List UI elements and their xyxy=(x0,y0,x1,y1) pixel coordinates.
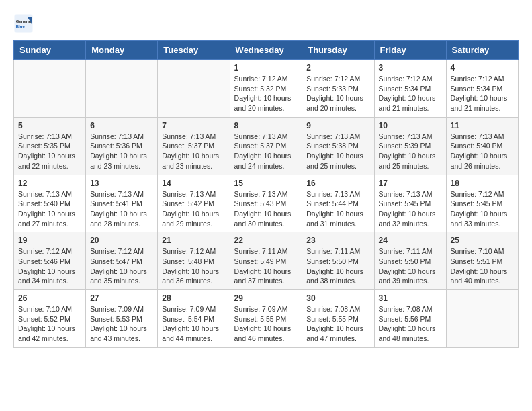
calendar-cell: 18Sunrise: 7:12 AM Sunset: 5:45 PM Dayli… xyxy=(446,175,518,232)
day-number: 12 xyxy=(18,179,81,188)
day-info: Sunrise: 7:12 AM Sunset: 5:33 PM Dayligh… xyxy=(306,74,369,113)
day-info: Sunrise: 7:13 AM Sunset: 5:39 PM Dayligh… xyxy=(379,132,442,171)
day-info: Sunrise: 7:09 AM Sunset: 5:53 PM Dayligh… xyxy=(90,304,153,344)
day-info: Sunrise: 7:13 AM Sunset: 5:40 PM Dayligh… xyxy=(18,189,81,229)
calendar-cell: 4Sunrise: 7:12 AM Sunset: 5:34 PM Daylig… xyxy=(446,60,518,118)
day-info: Sunrise: 7:13 AM Sunset: 5:37 PM Dayligh… xyxy=(162,132,225,171)
calendar-cell: 12Sunrise: 7:13 AM Sunset: 5:40 PM Dayli… xyxy=(14,175,86,232)
calendar-cell: 3Sunrise: 7:12 AM Sunset: 5:34 PM Daylig… xyxy=(374,60,446,118)
day-info: Sunrise: 7:12 AM Sunset: 5:34 PM Dayligh… xyxy=(379,74,442,113)
day-header-friday: Friday xyxy=(374,41,446,60)
calendar-cell: 31Sunrise: 7:08 AM Sunset: 5:56 PM Dayli… xyxy=(374,290,446,348)
week-row-3: 12Sunrise: 7:13 AM Sunset: 5:40 PM Dayli… xyxy=(14,175,519,232)
day-number: 15 xyxy=(234,179,298,188)
day-info: Sunrise: 7:09 AM Sunset: 5:55 PM Dayligh… xyxy=(234,304,298,344)
day-number: 17 xyxy=(379,179,442,188)
day-number: 21 xyxy=(162,236,225,245)
day-number: 1 xyxy=(234,63,298,73)
calendar-cell: 25Sunrise: 7:10 AM Sunset: 5:51 PM Dayli… xyxy=(446,232,518,290)
calendar-cell: 24Sunrise: 7:11 AM Sunset: 5:50 PM Dayli… xyxy=(374,232,446,290)
calendar-cell: 26Sunrise: 7:10 AM Sunset: 5:52 PM Dayli… xyxy=(14,290,86,348)
day-info: Sunrise: 7:13 AM Sunset: 5:38 PM Dayligh… xyxy=(306,132,369,171)
day-number: 13 xyxy=(90,179,153,188)
calendar-cell: 29Sunrise: 7:09 AM Sunset: 5:55 PM Dayli… xyxy=(230,290,302,348)
day-info: Sunrise: 7:13 AM Sunset: 5:41 PM Dayligh… xyxy=(90,189,153,229)
day-number: 14 xyxy=(162,179,225,188)
calendar-table: SundayMondayTuesdayWednesdayThursdayFrid… xyxy=(13,40,519,348)
day-number: 18 xyxy=(451,179,514,188)
svg-text:General: General xyxy=(16,19,32,24)
day-header-monday: Monday xyxy=(86,41,158,60)
calendar-cell: 7Sunrise: 7:13 AM Sunset: 5:37 PM Daylig… xyxy=(158,117,230,175)
page-header: General Blue xyxy=(13,13,519,34)
day-info: Sunrise: 7:12 AM Sunset: 5:47 PM Dayligh… xyxy=(90,246,153,286)
day-number: 9 xyxy=(306,121,369,130)
calendar-cell: 10Sunrise: 7:13 AM Sunset: 5:39 PM Dayli… xyxy=(374,117,446,175)
day-header-saturday: Saturday xyxy=(446,41,518,60)
calendar-cell xyxy=(86,60,158,118)
day-number: 20 xyxy=(90,236,153,245)
svg-text:Blue: Blue xyxy=(16,24,26,28)
svg-rect-0 xyxy=(15,15,33,33)
day-number: 24 xyxy=(379,236,442,245)
calendar-cell xyxy=(14,60,86,118)
day-number: 3 xyxy=(379,63,442,73)
day-number: 26 xyxy=(18,293,81,303)
logo: General Blue xyxy=(13,13,36,34)
week-row-5: 26Sunrise: 7:10 AM Sunset: 5:52 PM Dayli… xyxy=(14,290,519,348)
day-number: 7 xyxy=(162,121,225,130)
day-info: Sunrise: 7:11 AM Sunset: 5:49 PM Dayligh… xyxy=(234,246,298,286)
day-number: 11 xyxy=(451,121,514,130)
day-info: Sunrise: 7:13 AM Sunset: 5:43 PM Dayligh… xyxy=(234,189,298,229)
day-number: 4 xyxy=(451,63,514,73)
calendar-cell: 5Sunrise: 7:13 AM Sunset: 5:35 PM Daylig… xyxy=(14,117,86,175)
calendar-cell: 9Sunrise: 7:13 AM Sunset: 5:38 PM Daylig… xyxy=(302,117,374,175)
day-headers-row: SundayMondayTuesdayWednesdayThursdayFrid… xyxy=(14,41,519,60)
day-info: Sunrise: 7:13 AM Sunset: 5:45 PM Dayligh… xyxy=(379,189,442,229)
calendar-cell: 15Sunrise: 7:13 AM Sunset: 5:43 PM Dayli… xyxy=(230,175,302,232)
calendar-cell: 8Sunrise: 7:13 AM Sunset: 5:37 PM Daylig… xyxy=(230,117,302,175)
calendar-cell: 27Sunrise: 7:09 AM Sunset: 5:53 PM Dayli… xyxy=(86,290,158,348)
day-number: 19 xyxy=(18,236,81,245)
calendar-cell: 22Sunrise: 7:11 AM Sunset: 5:49 PM Dayli… xyxy=(230,232,302,290)
day-number: 28 xyxy=(162,293,225,303)
day-header-sunday: Sunday xyxy=(14,41,86,60)
calendar-cell: 20Sunrise: 7:12 AM Sunset: 5:47 PM Dayli… xyxy=(86,232,158,290)
day-number: 25 xyxy=(451,236,514,245)
day-number: 6 xyxy=(90,121,153,130)
day-info: Sunrise: 7:08 AM Sunset: 5:56 PM Dayligh… xyxy=(379,304,442,344)
week-row-4: 19Sunrise: 7:12 AM Sunset: 5:46 PM Dayli… xyxy=(14,232,519,290)
day-info: Sunrise: 7:11 AM Sunset: 5:50 PM Dayligh… xyxy=(306,246,369,286)
day-number: 5 xyxy=(18,121,81,130)
day-info: Sunrise: 7:13 AM Sunset: 5:36 PM Dayligh… xyxy=(90,132,153,171)
day-number: 16 xyxy=(306,179,369,188)
day-info: Sunrise: 7:08 AM Sunset: 5:55 PM Dayligh… xyxy=(306,304,369,344)
calendar-cell: 1Sunrise: 7:12 AM Sunset: 5:32 PM Daylig… xyxy=(230,60,302,118)
day-info: Sunrise: 7:13 AM Sunset: 5:44 PM Dayligh… xyxy=(306,189,369,229)
day-info: Sunrise: 7:13 AM Sunset: 5:37 PM Dayligh… xyxy=(234,132,298,171)
day-info: Sunrise: 7:12 AM Sunset: 5:48 PM Dayligh… xyxy=(162,246,225,286)
calendar-cell: 21Sunrise: 7:12 AM Sunset: 5:48 PM Dayli… xyxy=(158,232,230,290)
day-number: 10 xyxy=(379,121,442,130)
calendar-cell: 6Sunrise: 7:13 AM Sunset: 5:36 PM Daylig… xyxy=(86,117,158,175)
calendar-cell: 19Sunrise: 7:12 AM Sunset: 5:46 PM Dayli… xyxy=(14,232,86,290)
day-number: 27 xyxy=(90,293,153,303)
calendar-cell: 2Sunrise: 7:12 AM Sunset: 5:33 PM Daylig… xyxy=(302,60,374,118)
day-number: 31 xyxy=(379,293,442,303)
logo-icon: General Blue xyxy=(13,13,34,34)
calendar-cell xyxy=(158,60,230,118)
day-info: Sunrise: 7:10 AM Sunset: 5:52 PM Dayligh… xyxy=(18,304,81,344)
day-number: 8 xyxy=(234,121,298,130)
day-header-thursday: Thursday xyxy=(302,41,374,60)
calendar-cell: 14Sunrise: 7:13 AM Sunset: 5:42 PM Dayli… xyxy=(158,175,230,232)
day-info: Sunrise: 7:13 AM Sunset: 5:35 PM Dayligh… xyxy=(18,132,81,171)
day-info: Sunrise: 7:13 AM Sunset: 5:40 PM Dayligh… xyxy=(451,132,514,171)
day-info: Sunrise: 7:11 AM Sunset: 5:50 PM Dayligh… xyxy=(379,246,442,286)
day-number: 23 xyxy=(306,236,369,245)
day-number: 30 xyxy=(306,293,369,303)
calendar-cell xyxy=(446,290,518,348)
day-number: 29 xyxy=(234,293,298,303)
day-info: Sunrise: 7:12 AM Sunset: 5:45 PM Dayligh… xyxy=(451,189,514,229)
day-info: Sunrise: 7:13 AM Sunset: 5:42 PM Dayligh… xyxy=(162,189,225,229)
day-info: Sunrise: 7:10 AM Sunset: 5:51 PM Dayligh… xyxy=(451,246,514,286)
